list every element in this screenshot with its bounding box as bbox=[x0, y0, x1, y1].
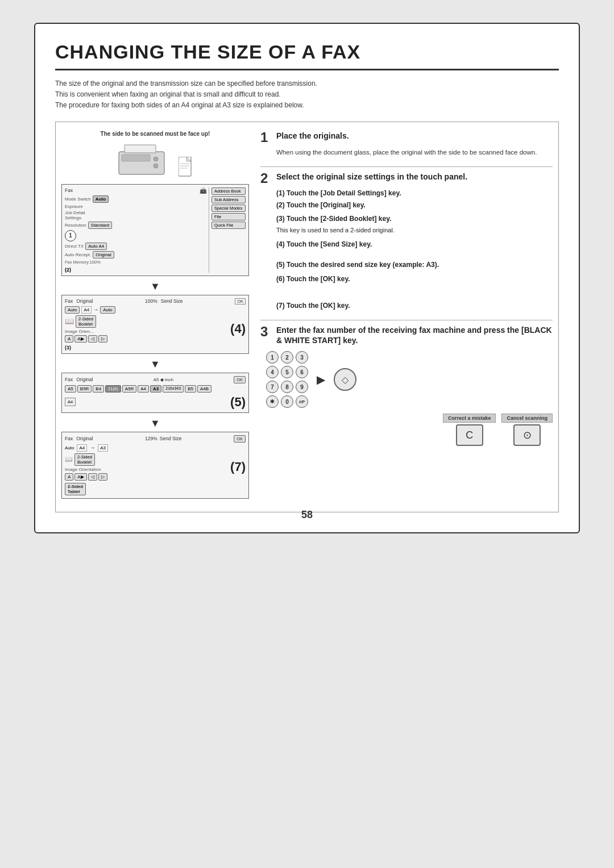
svg-point-3 bbox=[154, 157, 158, 161]
correct-mistake-label: Correct a mistake bbox=[443, 414, 496, 423]
panel-4-orient-ar[interactable]: A▶ bbox=[74, 473, 86, 481]
correct-mistake-key[interactable]: C bbox=[456, 424, 483, 446]
orient-right-btn[interactable]: ▷ bbox=[98, 335, 107, 343]
panel-row-mode-switch: Mode Switch Auto bbox=[65, 195, 206, 203]
exposure-label: Exposure bbox=[65, 204, 206, 209]
size-a5r-btn[interactable]: A5R bbox=[122, 385, 137, 393]
panel-4-orient-l[interactable]: ◁ bbox=[88, 473, 97, 481]
panel-row-job: Job DetailSettings bbox=[65, 210, 206, 220]
key-7[interactable]: 7 bbox=[266, 381, 279, 393]
size-a4-btn[interactable]: A4 bbox=[138, 385, 149, 393]
step-2-badge: (2) bbox=[65, 267, 206, 273]
key-2[interactable]: 2 bbox=[281, 351, 293, 364]
panel-3-sub: Original bbox=[76, 377, 93, 382]
file-btn[interactable]: File bbox=[211, 213, 246, 220]
panel-row-resolution: Resolution Standard bbox=[65, 222, 206, 229]
size-b4-btn[interactable]: B4 bbox=[93, 385, 104, 393]
cancel-scanning-key[interactable]: ⊙ bbox=[513, 424, 541, 446]
sub-step-1: (1) Touch the [Job Detail Settings] key. bbox=[276, 189, 553, 198]
panel-4-sided-section: 📖 2-SidedBooklet Image Orientation A A▶ … bbox=[65, 453, 107, 481]
key-9[interactable]: 9 bbox=[296, 381, 308, 393]
panel-4-a3: A3 bbox=[98, 444, 108, 452]
panel-4-sided-tablet-btn[interactable]: 2-SidedTablet bbox=[65, 483, 86, 495]
panel-3-wrapper: Fax Original A5 ◆ Inch OK A5 B5R B4 21(6… bbox=[61, 373, 249, 413]
intro-line-1: The size of the original and the transmi… bbox=[55, 78, 559, 89]
auto-scan-btn[interactable]: Auto bbox=[65, 306, 80, 314]
orient-ar-btn[interactable]: A▶ bbox=[74, 335, 86, 343]
size-a3-btn[interactable]: A3 bbox=[150, 385, 161, 393]
sub-step-6-text: (6) Touch the [OK] key. bbox=[276, 275, 350, 283]
size-a5-btn[interactable]: A5 bbox=[65, 385, 76, 393]
sided-booklet-btn[interactable]: 2-SidedBooklet bbox=[76, 315, 96, 328]
svg-rect-2 bbox=[125, 145, 156, 153]
panel-3-ok-btn[interactable]: OK bbox=[234, 376, 246, 383]
panel-4-sub: Original bbox=[76, 436, 93, 441]
key-hash[interactable]: #/P bbox=[296, 395, 308, 408]
panel-2-header: Fax Original 100% Send Size OK bbox=[65, 298, 246, 304]
quick-file-btn[interactable]: Quick File bbox=[211, 222, 246, 229]
arrow-down-2: ▼ bbox=[61, 358, 249, 370]
key-6[interactable]: 6 bbox=[296, 366, 308, 378]
image-orient-label: Image Orien... bbox=[65, 329, 107, 334]
start-arrow-icon: ▶ bbox=[317, 373, 325, 386]
standard-btn[interactable]: Standard bbox=[88, 222, 112, 229]
resolution-label: Resolution bbox=[65, 223, 86, 228]
key-5[interactable]: 5 bbox=[281, 366, 293, 378]
auto-btn[interactable]: Auto bbox=[93, 195, 109, 203]
key-4[interactable]: 4 bbox=[266, 366, 279, 378]
address-book-btn[interactable]: Address Book bbox=[211, 187, 246, 195]
panel-4-sided-btn[interactable]: 2-SidedBooklet bbox=[74, 453, 95, 466]
auto-a4-btn[interactable]: Auto A4 bbox=[85, 243, 107, 250]
key-0[interactable]: 0 bbox=[281, 395, 293, 408]
right-column: 1 Place the originals. When using the do… bbox=[260, 131, 553, 503]
face-up-label: The side to be scanned must be face up! bbox=[61, 131, 249, 137]
size-21-btn[interactable]: 21(6) bbox=[105, 385, 121, 393]
send-auto-btn[interactable]: Auto bbox=[100, 306, 115, 314]
step-3-title: Enter the fax number of the receiving fa… bbox=[276, 325, 553, 345]
page-number: 58 bbox=[301, 509, 313, 521]
key-8[interactable]: 8 bbox=[281, 381, 293, 393]
step-3-number: 3 bbox=[260, 325, 272, 339]
step-2-substeps: (1) Touch the [Job Detail Settings] key.… bbox=[276, 189, 553, 311]
panel-4-header: Fax Original 129% Send Size OK bbox=[65, 435, 246, 443]
job-detail-label: Job DetailSettings bbox=[65, 210, 85, 220]
size-216x343-btn[interactable]: 216x343 bbox=[163, 385, 184, 393]
panel-row-auto-recept: Auto Recept. Original bbox=[65, 251, 206, 258]
key-star[interactable]: ✱ bbox=[266, 395, 279, 408]
size-b5r-btn[interactable]: B5R bbox=[77, 385, 92, 393]
panel-4-a4: A4 bbox=[77, 444, 87, 452]
panel-4-orient-a[interactable]: A bbox=[65, 473, 73, 481]
divider-2 bbox=[260, 320, 553, 320]
sub-step-7-text: (7) Touch the [OK] key. bbox=[276, 302, 350, 310]
panel-1-icon: 📠 bbox=[200, 187, 206, 194]
panel-4-send-label: Send Size bbox=[160, 436, 182, 441]
step-2-block: 2 Select the original size settings in t… bbox=[260, 172, 553, 311]
panel-2-wrapper: Fax Original 100% Send Size OK Auto A4 →… bbox=[61, 295, 249, 354]
sub-step-7: (7) Touch the [OK] key. bbox=[276, 301, 553, 311]
panel-4-ok-btn[interactable]: OK bbox=[234, 435, 246, 443]
key-1[interactable]: 1 bbox=[266, 351, 279, 364]
original-btn[interactable]: Original bbox=[93, 251, 114, 258]
sub-step-1-text: (1) Touch the [Job Detail Settings] key. bbox=[276, 189, 401, 197]
panel-3-header: Fax Original A5 ◆ Inch OK bbox=[65, 376, 246, 383]
sub-address-btn[interactable]: Sub Address bbox=[211, 196, 246, 203]
size-a4b-btn[interactable]: A4B bbox=[197, 385, 211, 393]
svg-rect-1 bbox=[122, 155, 150, 161]
page: CHANGING THE SIZE OF A FAX The size of t… bbox=[0, 0, 614, 868]
step-7-badge: (7) bbox=[230, 460, 246, 474]
orient-a-btn[interactable]: A bbox=[65, 335, 73, 343]
start-button[interactable]: ◇ bbox=[334, 368, 356, 391]
step-1-title: Place the originals. bbox=[276, 131, 349, 141]
a4-indicator: A4 bbox=[65, 398, 76, 406]
size-b5-btn[interactable]: B5 bbox=[185, 385, 196, 393]
panel-4-sided-row: 📖 2-SidedBooklet Image Orientation A A▶ … bbox=[65, 453, 246, 481]
panel-4: Fax Original 129% Send Size OK Auto A4 →… bbox=[61, 432, 249, 499]
special-modes-btn[interactable]: Special Modes bbox=[211, 205, 246, 212]
cancel-scanning-label: Cancel scanning bbox=[501, 414, 553, 423]
panel-4-orient-r[interactable]: ▷ bbox=[98, 473, 107, 481]
panel-3-mode: Fax bbox=[65, 377, 73, 382]
key-3[interactable]: 3 bbox=[296, 351, 308, 364]
panel-3: Fax Original A5 ◆ Inch OK A5 B5R B4 21(6… bbox=[61, 373, 249, 413]
orient-left-btn[interactable]: ◁ bbox=[88, 335, 97, 343]
step-2-heading: 2 Select the original size settings in t… bbox=[260, 172, 553, 185]
